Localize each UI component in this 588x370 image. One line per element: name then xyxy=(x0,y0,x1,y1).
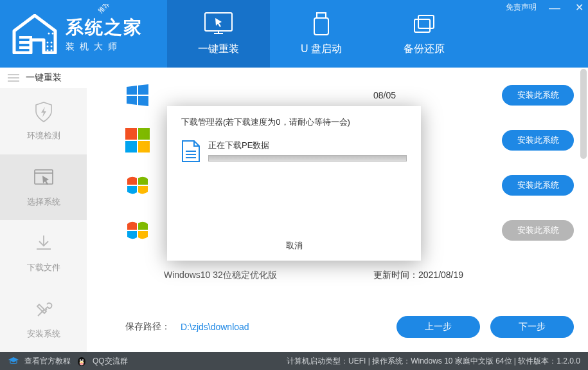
sidebar-item-label: 下载文件 xyxy=(27,262,60,273)
cancel-button[interactable]: 取消 xyxy=(286,235,303,254)
file-icon xyxy=(181,140,200,163)
windows7-icon xyxy=(125,173,150,198)
shield-lightning-icon xyxy=(32,100,55,124)
sidebar-header-label: 一键重装 xyxy=(26,72,62,84)
svg-rect-12 xyxy=(414,19,430,32)
tab-backup[interactable]: 备份还原 xyxy=(373,0,476,68)
tools-icon xyxy=(32,299,55,322)
graduation-cap-icon xyxy=(8,356,19,365)
sidebar-item-label: 环境检测 xyxy=(27,130,60,142)
sidebar-item-install[interactable]: 安装系统 xyxy=(0,286,87,353)
app-window: 系统之家 装机大师 一键重装 U 盘启动 备份还原 免责声明 — ✕ xyxy=(0,0,588,370)
tab-reinstall[interactable]: 一键重装 xyxy=(167,0,270,68)
modal-title: 下载管理器(若下载速度为0，请耐心等待一会) xyxy=(181,116,407,128)
progress-bar xyxy=(208,155,407,162)
hamburger-icon xyxy=(8,72,19,84)
tab-label: U 盘启动 xyxy=(301,42,342,56)
sidebar-item-label: 安装系统 xyxy=(27,328,60,340)
system-info: 计算机启动类型：UEFI | 操作系统：Windows 10 家庭中文版 64位… xyxy=(287,356,580,367)
sidebar-item-env[interactable]: 环境检测 xyxy=(0,88,87,154)
tab-label: 一键重装 xyxy=(198,42,239,56)
close-button[interactable]: ✕ xyxy=(573,1,585,14)
next-button[interactable]: 下一步 xyxy=(490,316,574,338)
window-cursor-icon xyxy=(32,167,55,190)
svg-point-7 xyxy=(48,32,50,34)
sidebar-item-select[interactable]: 选择系统 xyxy=(0,154,87,221)
system-date: 更新时间：2021/08/19 xyxy=(373,270,502,281)
download-status: 正在下载PE数据 xyxy=(208,140,407,151)
svg-point-5 xyxy=(51,49,53,51)
svg-point-16 xyxy=(80,361,84,365)
scrollbar-thumb[interactable] xyxy=(580,69,587,159)
sidebar-item-download[interactable]: 下载文件 xyxy=(0,220,87,286)
download-icon xyxy=(32,232,55,255)
house-logo-icon xyxy=(12,14,58,54)
download-manager-modal: 下载管理器(若下载速度为0，请耐心等待一会) 正在下载PE数据 取消 xyxy=(167,106,421,261)
minimize-button[interactable]: — xyxy=(548,5,561,10)
system-name: Windows10 32位稳定优化版 xyxy=(164,270,373,281)
brand-subtitle: 装机大师 xyxy=(66,41,143,53)
svg-point-0 xyxy=(47,41,49,43)
disclaimer-link[interactable]: 免责声明 xyxy=(506,2,537,13)
download-info: 正在下载PE数据 xyxy=(208,140,407,162)
qq-penguin-icon xyxy=(76,355,87,367)
path-row: 保存路径： D:\zjds\download 上一步 下一步 xyxy=(87,308,588,352)
path-label: 保存路径： xyxy=(125,321,170,333)
stack-windows-icon xyxy=(409,12,439,37)
status-bar: 查看官方教程 QQ交流群 计算机启动类型：UEFI | 操作系统：Windows… xyxy=(0,352,588,370)
svg-rect-10 xyxy=(314,18,328,35)
brand-text: 系统之家 装机大师 xyxy=(66,15,143,53)
sidebar-header[interactable]: 一键重装 xyxy=(0,68,87,88)
windows-multicolor-icon xyxy=(125,128,150,153)
install-button[interactable]: 安装此系统 xyxy=(502,85,574,106)
svg-point-18 xyxy=(82,359,84,361)
tab-label: 备份还原 xyxy=(404,42,445,56)
install-button[interactable]: 安装此系统 xyxy=(502,175,574,196)
window-controls: 免责声明 — ✕ xyxy=(506,1,585,14)
svg-point-4 xyxy=(47,49,49,51)
os-icon-blank xyxy=(125,263,150,288)
install-button[interactable]: 安装此系统 xyxy=(502,220,574,241)
svg-point-2 xyxy=(47,45,49,47)
windows10-icon xyxy=(125,83,150,107)
monitor-cursor-icon xyxy=(204,12,233,37)
brand-block: 系统之家 装机大师 xyxy=(0,0,161,68)
path-value[interactable]: D:\zjds\download xyxy=(181,322,386,332)
usb-drive-icon xyxy=(307,12,336,37)
tab-usb[interactable]: U 盘启动 xyxy=(270,0,373,68)
svg-point-1 xyxy=(51,41,53,43)
brand-title: 系统之家 xyxy=(66,15,143,40)
svg-rect-9 xyxy=(317,13,326,18)
download-row: 正在下载PE数据 xyxy=(181,140,407,163)
install-button[interactable]: 安装此系统 xyxy=(502,130,574,151)
header: 系统之家 装机大师 一键重装 U 盘启动 备份还原 免责声明 — ✕ xyxy=(0,0,588,68)
prev-button[interactable]: 上一步 xyxy=(396,316,480,338)
svg-point-3 xyxy=(51,45,53,47)
qq-group-link[interactable]: QQ交流群 xyxy=(93,356,128,367)
tutorial-link[interactable]: 查看官方教程 xyxy=(24,356,71,367)
windows7-icon xyxy=(125,218,150,243)
system-date: 08/05 xyxy=(373,90,502,100)
footer-links: 查看官方教程 QQ交流群 xyxy=(8,355,128,367)
svg-point-17 xyxy=(80,359,81,361)
sidebar-item-label: 选择系统 xyxy=(27,196,60,208)
svg-rect-11 xyxy=(418,15,434,28)
svg-rect-19 xyxy=(80,364,84,365)
svg-point-6 xyxy=(52,32,54,34)
sidebar: 一键重装 环境检测 选择系统 下载文件 安装系统 xyxy=(0,68,87,352)
